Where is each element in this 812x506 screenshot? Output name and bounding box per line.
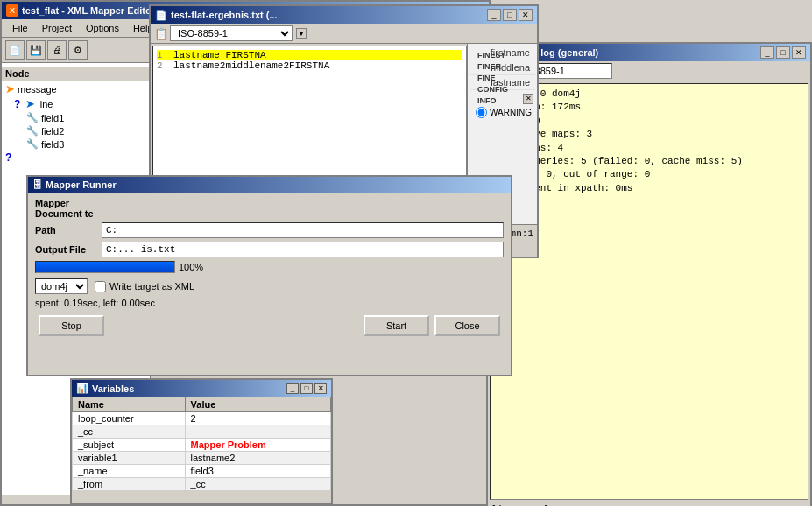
file-icon: 📄: [155, 10, 167, 21]
tree-item-line[interactable]: ? ➤ line: [2, 96, 150, 111]
tree-label-message: message: [18, 84, 57, 95]
debug-minimize[interactable]: _: [760, 46, 774, 59]
debug-line-4: recursive maps: 3: [494, 128, 804, 141]
progress-label: 100%: [179, 262, 203, 272]
question-mark-icon: ?: [14, 98, 20, 110]
toolbar-print[interactable]: 🖨: [47, 40, 67, 60]
vars-restore[interactable]: □: [300, 383, 313, 394]
file-encoding-icon: 📋: [154, 27, 168, 40]
var-name-2: _cc: [73, 425, 186, 439]
debug-line-3: rules: 9: [494, 115, 804, 128]
log-level-fine[interactable]: FINE: [476, 73, 532, 83]
toolbar-new[interactable]: 📄: [5, 40, 25, 60]
encoding-select[interactable]: ISO-8859-1: [170, 25, 293, 41]
file-viewer-maximize[interactable]: □: [503, 9, 517, 21]
tree-item-field1[interactable]: 🔧 field1: [2, 111, 150, 124]
vars-col-name: Name: [73, 397, 186, 412]
toolbar-save[interactable]: 💾: [26, 40, 46, 60]
vars-window-controls: _ □ ✕: [286, 383, 327, 394]
tree-label-field1: field1: [41, 113, 64, 123]
log-level-warning-radio[interactable]: [476, 107, 487, 118]
right-buttons: Start Close: [364, 315, 500, 336]
variables-icon: 📊: [76, 383, 88, 394]
row-content-2: lastname2middlename2FIRSTNA: [173, 60, 329, 71]
path-label: Path: [35, 225, 96, 235]
var-value-5: field3: [185, 465, 330, 478]
variables-window: 📊 Variables _ □ ✕ Name Value loop_counte…: [70, 378, 333, 505]
tree-item-field2[interactable]: 🔧 field2: [2, 124, 150, 137]
progress-row: 100%: [35, 261, 504, 273]
var-value-6: _cc: [185, 478, 330, 491]
vars-minimize[interactable]: _: [286, 383, 299, 394]
log-level-warning-row[interactable]: WARNING: [476, 107, 532, 118]
tree-label-field3: field3: [41, 139, 64, 150]
debug-close[interactable]: ✕: [792, 46, 806, 59]
file-row-1: 1 lastname FIRSTNA: [157, 50, 462, 60]
question-mark-2-icon: ?: [5, 151, 11, 164]
progress-bar-fill: [36, 262, 174, 272]
log-levels-panel: FINEST FINER FINE CONFIG INFO WARNING: [476, 50, 532, 118]
file-viewer-controls: _ □ ✕: [487, 9, 533, 21]
menu-project[interactable]: Project: [35, 21, 79, 35]
log-level-info[interactable]: INFO: [476, 95, 532, 106]
tree-item-field3[interactable]: 🔧 field3: [2, 137, 150, 151]
stop-button[interactable]: Stop: [39, 315, 104, 336]
file-viewer-minimize[interactable]: _: [487, 9, 501, 21]
path-row: Path C:: [35, 222, 504, 238]
file-viewer-title-bar: 📄 test-flat-ergebnis.txt (... _ □ ✕: [151, 6, 537, 24]
output-label: Output File: [35, 244, 96, 255]
debug-line-1: WARNING 0 dom4j: [494, 88, 804, 101]
output-value: C:... is.txt: [102, 242, 504, 257]
var-row-5[interactable]: _name field3: [73, 465, 331, 478]
start-button[interactable]: Start: [364, 315, 429, 336]
log-level-config[interactable]: CONFIG: [476, 84, 532, 95]
menu-options[interactable]: Options: [79, 21, 126, 35]
sidebar-header: Node: [2, 67, 150, 81]
debug-maximize[interactable]: □: [776, 46, 790, 59]
tree-item-unknown[interactable]: ?: [2, 151, 150, 165]
var-name-4: variable1: [73, 452, 186, 465]
row-number-2: 2: [157, 60, 170, 71]
debug-window-controls: _ □ ✕: [760, 46, 806, 59]
debug-status: line:9 column:1: [488, 502, 810, 506]
log-level-finer[interactable]: FINER: [476, 61, 532, 72]
var-value-4: lastname2: [185, 452, 330, 465]
vars-close[interactable]: ✕: [314, 383, 327, 394]
menu-file[interactable]: File: [5, 21, 35, 35]
engine-row: dom4j Write target as XML: [35, 278, 504, 294]
write-xml-text: Write target as XML: [109, 281, 194, 292]
write-xml-checkbox[interactable]: [95, 281, 106, 292]
doc-test-label: Mapper Document te: [35, 198, 96, 219]
tree-label-field2: field2: [41, 126, 64, 137]
main-window-icon: X: [6, 4, 18, 17]
write-xml-label[interactable]: Write target as XML: [95, 281, 194, 292]
file-viewer-title-text: test-flat-ergebnis.txt (...: [171, 10, 278, 20]
toolbar-settings[interactable]: ⚙: [68, 40, 88, 60]
var-row-4[interactable]: variable1 lastname2: [73, 452, 331, 465]
var-row-3[interactable]: _subject Mapper Problem: [73, 439, 331, 452]
encoding-dropdown-btn[interactable]: ▼: [296, 28, 307, 39]
var-name-6: _from: [73, 478, 186, 491]
var-row-2[interactable]: _cc: [73, 425, 331, 439]
engine-select[interactable]: dom4j: [35, 278, 88, 294]
debug-line-7: skipped: 0, out of range: 0: [494, 168, 804, 181]
variables-table-container[interactable]: Name Value loop_counter 2 _cc _subject M…: [72, 397, 331, 499]
mapper-dialog-icon: 🗄: [32, 179, 42, 190]
dialog-buttons: Stop Start Close: [35, 315, 504, 336]
file-row-2: 2 lastname2middlename2FIRSTNA: [157, 60, 462, 71]
debug-line-2: duration: 172ms: [494, 101, 804, 114]
close-dialog-button[interactable]: Close: [434, 315, 500, 336]
variables-table: Name Value loop_counter 2 _cc _subject M…: [72, 397, 331, 491]
path-value: C:: [102, 222, 504, 238]
var-name-5: _name: [73, 465, 186, 478]
file-viewer-close[interactable]: ✕: [519, 9, 533, 21]
row-number-1: 1: [157, 50, 170, 60]
log-level-finest[interactable]: FINEST: [476, 50, 532, 60]
tree-item-message[interactable]: ➤ message: [2, 81, 150, 96]
var-row-1[interactable]: loop_counter 2: [73, 412, 331, 425]
file-viewer-toolbar: 📋 ISO-8859-1 ▼: [151, 24, 537, 44]
arrow-icon: ➤: [5, 82, 15, 95]
progress-bar-container: [35, 261, 175, 273]
debug-line-5: functions: 4: [494, 142, 804, 155]
var-row-6[interactable]: _from _cc: [73, 478, 331, 491]
